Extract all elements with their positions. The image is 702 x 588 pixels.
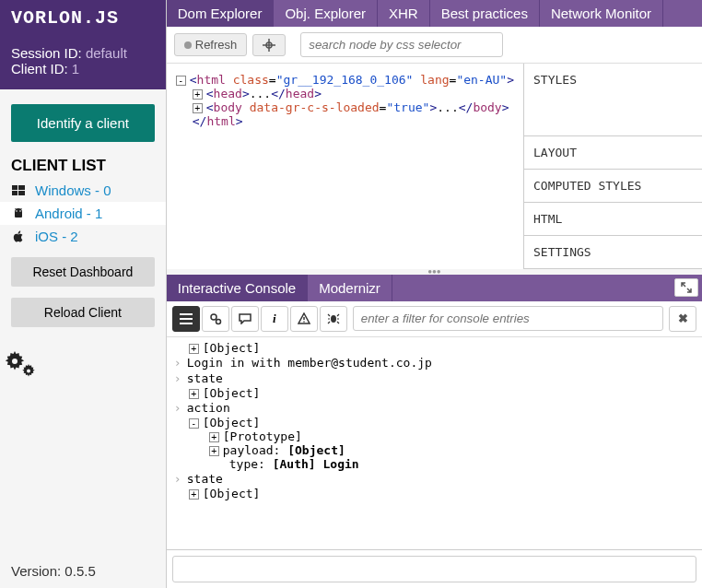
client-id-value: 1 xyxy=(72,61,79,76)
collapse-toggle[interactable]: - xyxy=(189,418,199,429)
session-id-value: default xyxy=(86,45,127,61)
svg-point-9 xyxy=(27,370,30,373)
log-object: [Object] xyxy=(203,386,261,400)
log-object: [Object] xyxy=(203,416,261,429)
settings-section[interactable]: SETTINGS xyxy=(524,236,702,269)
search-node-input[interactable] xyxy=(300,32,503,57)
tab-modernizr[interactable]: Modernizr xyxy=(308,275,392,301)
inspect-button[interactable] xyxy=(252,34,286,56)
svg-rect-2 xyxy=(12,191,18,195)
collapse-toggle[interactable]: - xyxy=(176,76,186,86)
expand-toggle[interactable]: + xyxy=(193,89,203,100)
svg-point-12 xyxy=(216,319,220,323)
close-icon: ✖ xyxy=(678,312,688,325)
html-section[interactable]: HTML xyxy=(524,203,702,236)
client-item-windows[interactable]: Windows - 0 xyxy=(0,179,166,202)
windows-icon xyxy=(11,183,26,198)
gears-icon xyxy=(209,312,222,325)
chevron-right-icon: › xyxy=(174,371,187,385)
client-link[interactable]: Windows - 0 xyxy=(35,182,111,198)
console-filter-input[interactable] xyxy=(353,306,663,331)
client-item-android[interactable]: Android - 1 xyxy=(0,202,166,225)
clear-button[interactable]: ✖ xyxy=(669,306,696,332)
expand-toggle[interactable]: + xyxy=(189,389,199,399)
client-item-ios[interactable]: iOS - 2 xyxy=(0,225,166,248)
warning-button[interactable] xyxy=(290,306,318,332)
console-log[interactable]: +[Object] ›Login in with member@student.… xyxy=(167,337,702,550)
svg-rect-1 xyxy=(18,185,25,190)
svg-point-14 xyxy=(303,321,305,323)
console-input-row xyxy=(167,549,702,588)
log-value: [Auth] Login xyxy=(273,457,359,471)
layout-section[interactable]: LAYOUT xyxy=(524,136,702,170)
chevron-right-icon: › xyxy=(174,472,187,486)
tab-interactive-console[interactable]: Interactive Console xyxy=(167,275,308,301)
tab-xhr[interactable]: XHR xyxy=(378,0,430,27)
svg-rect-3 xyxy=(18,191,25,195)
list-view-button[interactable] xyxy=(172,306,200,332)
reset-dashboard-button[interactable]: Reset Dashboard xyxy=(11,257,155,287)
svg-point-4 xyxy=(16,210,18,212)
chevron-right-icon: › xyxy=(174,356,187,370)
log-text: state xyxy=(187,472,695,486)
styles-section[interactable]: STYLES xyxy=(524,64,702,136)
log-key: payload: xyxy=(223,443,281,457)
expand-button[interactable] xyxy=(674,278,698,297)
refresh-button[interactable]: Refresh xyxy=(174,33,248,56)
client-link[interactable]: Android - 1 xyxy=(35,206,102,221)
session-id-label: Session ID: xyxy=(11,45,82,61)
svg-point-11 xyxy=(211,314,216,320)
version-label: Version: 0.5.5 xyxy=(0,554,166,588)
chevron-right-icon: › xyxy=(174,401,187,415)
log-button[interactable] xyxy=(231,306,259,332)
right-panel: STYLES LAYOUT COMPUTED STYLES HTML SETTI… xyxy=(523,64,702,269)
crosshair-icon xyxy=(263,39,275,52)
info-icon: i xyxy=(273,312,276,326)
status-dot-icon xyxy=(184,41,192,49)
client-id-label: Client ID: xyxy=(11,61,68,76)
expand-toggle[interactable]: + xyxy=(189,489,199,500)
tab-network-monitor[interactable]: Network Monitor xyxy=(540,0,663,27)
expand-toggle[interactable]: + xyxy=(209,446,219,456)
logo: VORLON.JS xyxy=(0,0,166,36)
warning-icon xyxy=(298,312,310,324)
tab-obj-explorer[interactable]: Obj. Explorer xyxy=(274,0,378,27)
list-icon xyxy=(180,313,193,324)
log-value: [Object] xyxy=(287,443,345,457)
svg-point-8 xyxy=(12,359,18,364)
computed-styles-section[interactable]: COMPUTED STYLES xyxy=(524,170,702,203)
svg-line-7 xyxy=(20,208,21,210)
console-input[interactable] xyxy=(172,556,696,582)
console-toolbar: i ✖ xyxy=(167,301,702,337)
refresh-label: Refresh xyxy=(195,38,238,52)
tab-best-practices[interactable]: Best practices xyxy=(430,0,540,27)
reload-client-button[interactable]: Reload Client xyxy=(11,298,155,327)
log-key: type: xyxy=(229,457,265,471)
svg-point-5 xyxy=(19,210,21,212)
svg-rect-0 xyxy=(12,185,18,190)
client-list-header: CLIENT LIST xyxy=(0,151,166,179)
identify-client-button[interactable]: Identify a client xyxy=(11,104,155,142)
debug-button[interactable] xyxy=(320,306,347,332)
gears-icon xyxy=(0,347,166,381)
client-link[interactable]: iOS - 2 xyxy=(35,229,78,244)
chat-icon xyxy=(239,313,252,324)
apple-icon xyxy=(11,229,26,244)
expand-toggle[interactable]: + xyxy=(193,103,203,113)
bug-icon xyxy=(327,312,340,324)
settings-button[interactable] xyxy=(202,306,229,332)
lower-tabs: Interactive Console Modernizr xyxy=(167,275,702,301)
expand-toggle[interactable]: + xyxy=(209,432,219,442)
log-text: action xyxy=(187,401,695,415)
svg-point-15 xyxy=(331,315,336,323)
info-button[interactable]: i xyxy=(261,306,288,332)
expand-toggle[interactable]: + xyxy=(189,344,199,354)
top-tabs: Dom Explorer Obj. Explorer XHR Best prac… xyxy=(167,0,702,27)
android-icon xyxy=(11,206,26,221)
session-info: Session ID: default Client ID: 1 xyxy=(0,36,166,89)
dom-tree[interactable]: -<html class="gr__192_168_0_106" lang="e… xyxy=(167,64,523,269)
svg-line-6 xyxy=(16,208,17,210)
dom-toolbar: Refresh xyxy=(167,27,702,64)
log-object: [Object] xyxy=(203,341,261,355)
tab-dom-explorer[interactable]: Dom Explorer xyxy=(167,0,275,27)
